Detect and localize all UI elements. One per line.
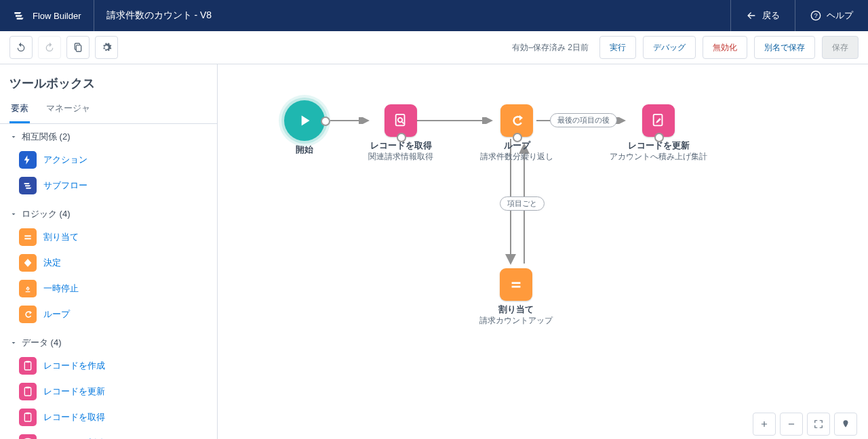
help-label: ヘルプ <box>827 9 853 22</box>
record-icon <box>19 383 37 400</box>
palette-item-data-0[interactable]: レコードを作成 <box>19 353 217 379</box>
node-get-sub: 関連請求情報取得 <box>353 152 448 163</box>
play-icon <box>296 112 313 129</box>
group-label: データ (4) <box>22 337 62 349</box>
record-icon <box>19 434 37 439</box>
settings-button[interactable] <box>95 36 118 59</box>
locate-button[interactable] <box>834 413 857 436</box>
brand: Flow Builder <box>0 0 94 31</box>
zoom-out-button[interactable] <box>780 413 803 436</box>
svg-text:?: ? <box>814 12 817 19</box>
palette-item-logic-0[interactable]: 割り当て <box>19 224 217 250</box>
palette-item-data-1[interactable]: レコードを更新 <box>19 379 217 404</box>
palette-item-label: レコードを更新 <box>43 385 105 398</box>
tab-manager[interactable]: マネージャ <box>45 96 92 123</box>
undo-icon <box>16 42 26 53</box>
svg-rect-12 <box>26 413 29 415</box>
undo-button[interactable] <box>9 36 33 59</box>
group-head-data[interactable]: データ (4) <box>0 330 217 352</box>
svg-rect-9 <box>24 388 31 396</box>
debug-button[interactable]: デバッグ <box>643 36 696 59</box>
svg-rect-26 <box>789 423 794 424</box>
minus-icon <box>787 419 796 429</box>
palette-item-label: レコードを取得 <box>43 411 105 423</box>
diamond-icon <box>19 254 37 272</box>
node-start-title: 開始 <box>271 144 338 156</box>
chevron-down-icon <box>9 133 18 141</box>
redo-icon <box>44 42 55 53</box>
node-assign-title: 割り当て <box>469 304 564 316</box>
sidebar-title: ツールボックス <box>0 64 217 96</box>
loop-icon <box>19 306 37 323</box>
node-assign[interactable]: 割り当て 請求カウントアップ <box>469 268 564 327</box>
palette-item-logic-2[interactable]: z一時停止 <box>19 276 217 301</box>
palette-item-interaction-1[interactable]: サブフロー <box>19 173 217 198</box>
fit-icon <box>814 419 823 429</box>
run-button[interactable]: 実行 <box>599 36 636 59</box>
loop-icon <box>509 112 525 129</box>
back-button[interactable]: 戻る <box>730 0 795 31</box>
svg-text:z: z <box>27 287 29 291</box>
svg-rect-24 <box>512 282 521 284</box>
pause-icon: z <box>19 280 37 297</box>
svg-rect-10 <box>26 387 29 389</box>
group-head-interaction[interactable]: 相互関係 (2) <box>0 124 217 146</box>
gear-icon <box>101 42 112 53</box>
fit-button[interactable] <box>807 413 830 436</box>
save-button[interactable]: 保存 <box>822 36 859 59</box>
copy-button[interactable] <box>66 36 90 59</box>
svg-rect-11 <box>24 413 31 421</box>
svg-rect-4 <box>24 235 31 236</box>
svg-point-21 <box>398 118 402 122</box>
copy-icon <box>73 42 83 53</box>
tab-elements[interactable]: 要素 <box>9 96 30 123</box>
redo-button[interactable] <box>38 36 61 59</box>
help-button[interactable]: ? ヘルプ <box>795 0 868 31</box>
palette-item-label: サブフロー <box>43 180 87 192</box>
node-get-records[interactable]: レコードを取得 関連請求情報取得 <box>353 104 448 163</box>
save-status: 有効–保存済み 2日前 <box>512 42 589 54</box>
arrow-left-icon <box>746 10 757 21</box>
record-icon <box>19 357 37 375</box>
sidebar-tabs: 要素 マネージャ <box>0 96 217 124</box>
palette-item-label: レコードを作成 <box>43 360 105 372</box>
zoom-in-button[interactable] <box>753 413 776 436</box>
canvas[interactable]: 最後の項目の後 項目ごと 開始 レコードを取得 関連請求情報取得 ループ <box>218 64 868 439</box>
chevron-down-icon <box>9 210 18 218</box>
plus-icon <box>760 419 769 429</box>
pin-icon <box>841 419 850 429</box>
group-logic: ロジック (4) 割り当て決定z一時停止ループ <box>0 201 217 330</box>
palette-item-data-3[interactable]: レコードを削除 <box>19 430 217 439</box>
save-as-button[interactable]: 別名で保存 <box>754 36 815 59</box>
svg-rect-25 <box>512 286 521 288</box>
record-icon <box>19 409 37 426</box>
record-search-icon <box>393 113 408 128</box>
node-update-records[interactable]: レコードを更新 アカウントへ積み上げ集計 <box>604 104 713 163</box>
node-update-sub: アカウントへ積み上げ集計 <box>604 152 713 163</box>
svg-line-22 <box>402 122 404 124</box>
palette-item-logic-3[interactable]: ループ <box>19 301 217 327</box>
palette-item-label: 一時停止 <box>43 283 79 295</box>
svg-rect-5 <box>24 238 31 239</box>
chevron-down-icon <box>9 339 18 347</box>
record-update-icon <box>651 113 666 128</box>
svg-rect-3 <box>76 45 81 51</box>
palette-item-data-2[interactable]: レコードを取得 <box>19 404 217 430</box>
group-data: データ (4) レコードを作成レコードを更新レコードを取得レコードを削除 <box>0 330 217 439</box>
svg-rect-7 <box>24 362 31 370</box>
app-header: Flow Builder 請求件数のカウント - V8 戻る ? ヘルプ <box>0 0 868 31</box>
group-interaction: 相互関係 (2) アクションサブフロー <box>0 124 217 201</box>
palette-item-label: アクション <box>43 154 87 166</box>
deactivate-button[interactable]: 無効化 <box>703 36 747 59</box>
loop-for-each-label: 項目ごと <box>500 196 545 211</box>
flow-builder-icon <box>12 9 26 22</box>
group-label: ロジック (4) <box>22 208 71 220</box>
flow-icon <box>19 177 37 194</box>
node-loop[interactable]: ループ 請求件数分繰り返し <box>473 104 561 163</box>
group-head-logic[interactable]: ロジック (4) <box>0 201 217 223</box>
palette-item-logic-1[interactable]: 決定 <box>19 250 217 276</box>
node-start[interactable]: 開始 <box>271 100 338 156</box>
node-assign-sub: 請求カウントアップ <box>469 316 564 327</box>
main: ツールボックス 要素 マネージャ 相互関係 (2) アクションサブフロー ロジッ… <box>0 64 868 439</box>
palette-item-interaction-0[interactable]: アクション <box>19 147 217 173</box>
